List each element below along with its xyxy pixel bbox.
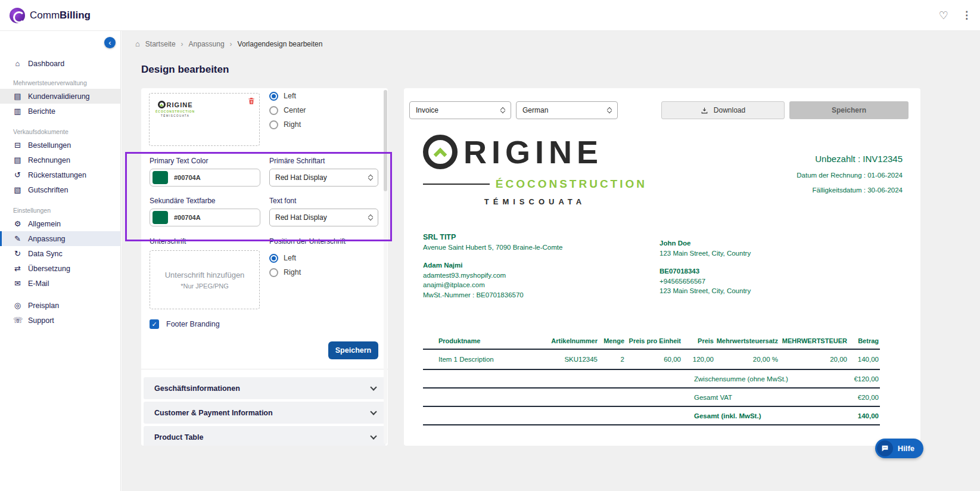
logo-thumbnail: RIGINE ÉCOCONSTRUCTION TÉMISCOUATA (155, 101, 195, 117)
chevron-down-icon[interactable] (370, 384, 377, 390)
vat-row: Gesamt VAT €20,00 (423, 388, 880, 406)
editor-scrollbar[interactable] (384, 90, 387, 444)
translate-icon: ⇄ (13, 264, 22, 273)
secondary-color-field[interactable] (150, 209, 260, 226)
logo-position-center[interactable]: Center (269, 104, 306, 116)
breadcrumb-current: Vorlagendesign bearbeiten (238, 40, 323, 48)
logo-position-right[interactable]: Right (269, 119, 306, 130)
signature-upload-dropzone[interactable]: Unterschrift hinzufügen *Nur JPEG/PNG (150, 250, 260, 309)
download-icon (701, 107, 708, 114)
signature-position-right[interactable]: Right (269, 266, 301, 278)
sidebar-item-preisplan[interactable]: ◎ Preisplan (0, 298, 120, 313)
primary-color-field[interactable] (150, 169, 260, 187)
radio-icon[interactable] (269, 120, 278, 129)
sidebar-item-dashboard[interactable]: ⌂ Dashboard (0, 56, 120, 71)
accordion-customer-payment-information[interactable]: Customer & Payment Information (144, 402, 385, 424)
chevron-down-icon[interactable] (370, 433, 377, 439)
sidebar-item-support[interactable]: ☏ Support (0, 313, 120, 328)
sidebar-item-allgemein[interactable]: ⚙ Allgemein (0, 216, 120, 231)
logo-upload-dropzone[interactable]: RIGINE ÉCOCONSTRUCTION TÉMISCOUATA (149, 93, 260, 146)
preview-save-button[interactable]: Speichern (789, 101, 909, 119)
buyer-name: John Doe (659, 238, 751, 248)
trash-icon (247, 97, 256, 105)
sidebar-item-uebersetzung[interactable]: ⇄ Übersetzung (0, 261, 120, 276)
accordion-geschaeftsinformationen[interactable]: Geschäftsinformationen (144, 377, 385, 399)
brand-logo: CommBilling (10, 8, 91, 23)
origine-logo-mark-icon (158, 101, 166, 108)
sidebar-item-gutschriften[interactable]: ▧ Gutschriften (0, 182, 120, 197)
favorites-heart-icon[interactable]: ♡ (939, 9, 948, 22)
seller-address: Avenue Saint Hubert 5, 7090 Braine-le-Co… (423, 243, 562, 253)
sidebar-section-verkaufsdokumente: Verkaufsdokumente (0, 126, 120, 138)
seller-company: SRL TITP (423, 232, 562, 243)
download-button[interactable]: Download (661, 101, 785, 119)
sidebar-item-bestellungen[interactable]: ⊟ Bestellungen (0, 138, 120, 153)
save-button[interactable]: Speichern (328, 341, 378, 359)
primary-text-color-label: Primary Text Color (150, 157, 208, 165)
seller-vat: MwSt.-Nummer : BE0701836570 (423, 290, 562, 300)
document-type-select[interactable]: Invoice (409, 101, 511, 119)
buyer-phone: +94565656567 (659, 276, 751, 287)
table-header-row: Produktname Artikelnummer Menge Preis pr… (423, 335, 880, 349)
sidebar-item-data-sync[interactable]: ↻ Data Sync (0, 246, 120, 261)
select-arrows-icon (369, 215, 372, 220)
page-title: Design bearbeiten (141, 64, 229, 76)
main-content: ⌂ Startseite › Anpassung › Vorlagendesig… (122, 31, 980, 491)
select-arrows-icon (501, 108, 505, 113)
brand-text: CommBilling (30, 10, 91, 21)
sidebar-item-rueckerstattungen[interactable]: ↺ Rückerstattungen (0, 167, 120, 182)
buyer-vat: BE07018343 (659, 266, 751, 276)
signature-position-left[interactable]: Left (269, 252, 301, 264)
breadcrumb-startseite[interactable]: Startseite (145, 40, 176, 48)
help-button[interactable]: Hilfe (875, 439, 923, 458)
sidebar-collapse-button[interactable]: ‹ (104, 37, 116, 48)
sidebar-item-rechnungen[interactable]: ▤ Rechnungen (0, 153, 120, 167)
gear-icon: ⚙ (13, 219, 22, 228)
sidebar-item-anpassung[interactable]: ✎ Anpassung (0, 231, 120, 246)
text-font-label: Text font (269, 197, 296, 205)
radio-selected-icon[interactable] (269, 92, 278, 101)
invoice-header-meta: Unbezahlt : INV12345 Datum der Rechnung … (797, 154, 903, 194)
radio-selected-icon[interactable] (269, 254, 278, 263)
refund-icon: ↺ (13, 170, 22, 179)
delete-logo-button[interactable] (247, 97, 256, 108)
chevron-down-icon[interactable] (370, 408, 377, 415)
primary-color-input[interactable] (174, 174, 239, 181)
sidebar-item-email[interactable]: ✉ E-Mail (0, 276, 120, 291)
table-row: Item 1 Description SKU12345 2 60,00 120,… (423, 349, 880, 369)
brand-icon (10, 8, 25, 23)
logo-rule (423, 184, 490, 185)
language-select[interactable]: German (516, 101, 618, 119)
primary-font-select[interactable]: Red Hat Display (269, 169, 378, 187)
footer-branding-toggle[interactable]: Footer Branding (150, 319, 220, 329)
customize-icon: ✎ (13, 234, 22, 243)
credit-note-icon: ▧ (13, 185, 22, 194)
sidebar-item-kundenvalidierung[interactable]: ▤ Kundenvalidierung (0, 89, 120, 104)
logo-position-left[interactable]: Left (269, 90, 306, 102)
accordion-product-table[interactable]: Product Table (144, 426, 385, 446)
radio-icon[interactable] (269, 268, 278, 277)
home-icon: ⌂ (135, 39, 140, 48)
breadcrumb-anpassung[interactable]: Anpassung (189, 40, 225, 48)
subtotal-row: Zwischensumme (ohne MwSt.) €120,00 (423, 369, 880, 388)
secondary-color-input[interactable] (174, 214, 239, 221)
seller-email: anajmi@itplace.com (423, 280, 562, 290)
select-arrows-icon (369, 175, 372, 180)
checkbox-checked-icon[interactable] (150, 319, 159, 329)
origine-logo-mark-icon (423, 135, 458, 169)
sidebar-item-berichte[interactable]: ▥ Berichte (0, 104, 120, 119)
sidebar-section-mehrwertsteuerverwaltung: Mehrwertsteuerverwaltung (0, 77, 120, 89)
report-icon: ▥ (13, 107, 22, 116)
invoice-logo: RIGINE ÉCOCONSTRUCTION TÉMISCOUATA (423, 135, 647, 206)
breadcrumb-separator-icon: › (230, 40, 232, 48)
logo-position-radiogroup: Left Center Right (269, 90, 306, 130)
kebab-menu-icon[interactable]: ⋮ (962, 9, 972, 21)
text-font-select[interactable]: Red Hat Display (269, 209, 378, 226)
primary-color-swatch[interactable] (153, 171, 168, 184)
signature-position-radiogroup: Left Right (269, 252, 301, 278)
buyer-address-2: 123 Main Street, City, Country (659, 286, 751, 296)
secondary-color-swatch[interactable] (153, 211, 168, 224)
id-card-icon: ▤ (13, 92, 22, 101)
radio-icon[interactable] (269, 106, 278, 115)
scrollbar-thumb[interactable] (384, 90, 387, 191)
